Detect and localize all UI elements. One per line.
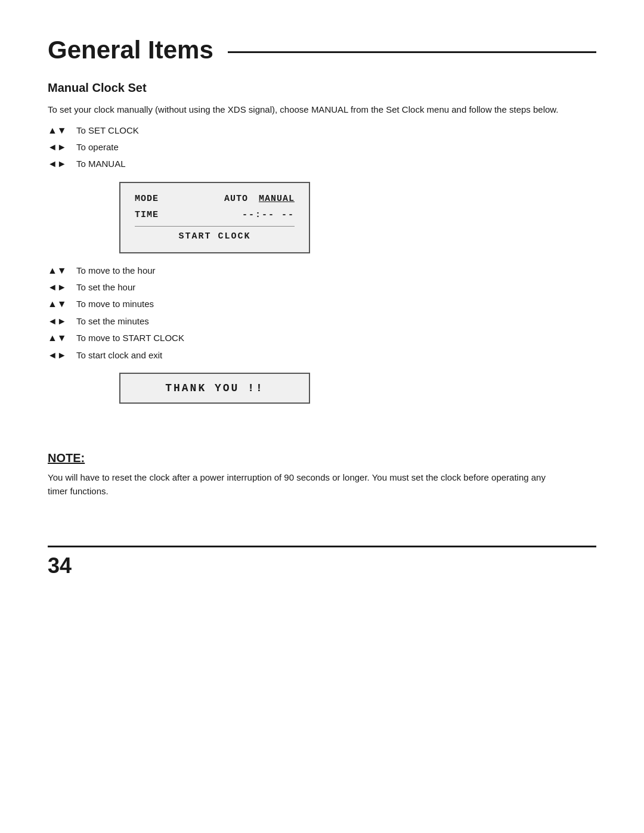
screen-divider [135, 226, 295, 227]
step-text: To start clock and exit [76, 349, 162, 361]
thank-you-display: THANK YOU !! [119, 373, 310, 404]
mode-screen-display: MODE AUTO MANUAL TIME --:-- -- START CLO… [119, 182, 310, 253]
list-item: ◄► To MANUAL [48, 157, 596, 171]
section-title: Manual Clock Set [48, 81, 596, 95]
step-text: To SET CLOCK [76, 124, 139, 137]
time-value: --:-- -- [242, 210, 295, 220]
list-item: ▲▼ To move to minutes [48, 298, 596, 311]
note-title: NOTE: [48, 451, 596, 465]
step-text: To move to the hour [76, 264, 156, 277]
step-text: To operate [76, 141, 119, 153]
list-item: ▲▼ To move to START CLOCK [48, 332, 596, 345]
screen-mode-row: MODE AUTO MANUAL [135, 194, 295, 204]
list-item: ▲▼ To move to the hour [48, 264, 596, 277]
step-text: To move to START CLOCK [76, 332, 184, 344]
step-text: To set the hour [76, 281, 135, 293]
left-right-arrow-icon: ◄► [48, 315, 76, 328]
list-item: ◄► To operate [48, 141, 596, 154]
steps-list: ▲▼ To move to the hour ◄► To set the hou… [48, 264, 596, 362]
intro-text: To set your clock manually (without usin… [48, 103, 561, 117]
page-title-text: General Items [48, 36, 213, 64]
step-text: To MANUAL [76, 157, 126, 170]
up-down-arrow-icon: ▲▼ [48, 124, 76, 137]
time-label: TIME [135, 210, 159, 220]
initial-steps-list: ▲▼ To SET CLOCK ◄► To operate ◄► To MANU… [48, 124, 596, 171]
note-text: You will have to reset the clock after a… [48, 471, 561, 498]
page-footer: 34 [48, 546, 596, 578]
screen-mode-values: AUTO MANUAL [224, 194, 295, 204]
up-down-arrow-icon: ▲▼ [48, 332, 76, 345]
page-number: 34 [48, 553, 72, 578]
title-divider [228, 51, 596, 53]
start-clock-label: START CLOCK [135, 231, 295, 241]
step-text: To move to minutes [76, 298, 154, 310]
step-text: To set the minutes [76, 315, 149, 327]
auto-value: AUTO [224, 194, 248, 204]
left-right-arrow-icon: ◄► [48, 281, 76, 294]
list-item: ◄► To set the minutes [48, 315, 596, 328]
manual-value: MANUAL [259, 194, 295, 204]
list-item: ◄► To set the hour [48, 281, 596, 294]
mode-label: MODE [135, 194, 159, 204]
list-item: ▲▼ To SET CLOCK [48, 124, 596, 137]
list-item: ◄► To start clock and exit [48, 349, 596, 362]
page-title: General Items [48, 36, 596, 64]
left-right-arrow-icon: ◄► [48, 349, 76, 362]
up-down-arrow-icon: ▲▼ [48, 264, 76, 277]
left-right-arrow-icon: ◄► [48, 141, 76, 154]
thank-you-text: THANK YOU !! [165, 382, 264, 394]
screen-time-row: TIME --:-- -- [135, 210, 295, 220]
left-right-arrow-icon: ◄► [48, 157, 76, 171]
up-down-arrow-icon: ▲▼ [48, 298, 76, 311]
